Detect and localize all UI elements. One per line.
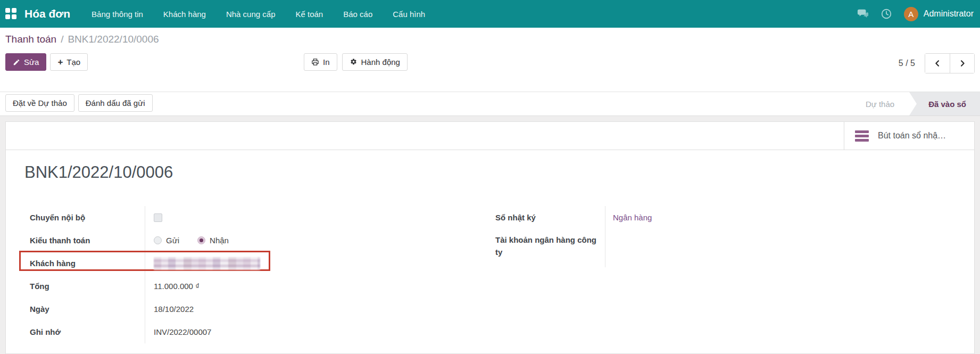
payment-type-option-send[interactable]: Gửi	[154, 236, 179, 245]
amount-label: Tổng	[30, 275, 145, 298]
pager	[925, 53, 975, 73]
navbar-right: A Administrator	[857, 7, 974, 21]
control-panel: Sửa + Tạo In Hành động 5 / 5	[0, 51, 980, 92]
menu-item-dashboard[interactable]: Bảng thông tin	[92, 1, 143, 27]
field-row-bank-account: Tài khoản ngân hàng công ty	[495, 229, 825, 267]
radio-unchecked-icon[interactable]	[154, 236, 162, 244]
messages-icon[interactable]	[857, 8, 869, 20]
memo-value: INV/2022/00007	[145, 327, 211, 336]
journal-entry-stat-button[interactable]: Bút toán sổ nhậ…	[844, 122, 974, 150]
pager-previous-button[interactable]	[925, 54, 950, 73]
create-button-label: Tạo	[67, 57, 80, 67]
journal-entry-label: Bút toán sổ nhậ…	[878, 131, 946, 141]
create-button[interactable]: + Tạo	[50, 53, 88, 71]
form-sheet: Bút toán sổ nhậ… BNK1/2022/10/0006 Chuyể…	[5, 121, 975, 354]
status-stages: Dự thảo Đã vào sổ	[866, 92, 980, 116]
avatar-initial: A	[908, 10, 913, 19]
customer-value-redacted[interactable]	[154, 257, 260, 270]
menu-item-vendors[interactable]: Nhà cung cấp	[226, 1, 276, 27]
field-row-payment-type: Kiểu thanh toán Gửi Nhận	[30, 229, 370, 252]
pager-counter: 5 / 5	[899, 59, 915, 68]
internal-transfer-checkbox[interactable]	[154, 213, 162, 222]
radio-checked-icon[interactable]	[197, 236, 205, 244]
payment-type-option-receive[interactable]: Nhận	[197, 236, 229, 245]
field-row-amount: Tổng 11.000.000 ₫	[30, 275, 370, 298]
printer-icon	[311, 58, 319, 66]
menu-item-accounting[interactable]: Kế toán	[296, 1, 323, 27]
print-button-label: In	[323, 57, 330, 67]
menu-item-reports[interactable]: Báo cáo	[343, 1, 372, 27]
journal-value-link[interactable]: Ngân hàng	[613, 213, 652, 222]
journal-entry-icon	[855, 130, 869, 142]
sheet-header: Bút toán sổ nhậ…	[6, 122, 974, 150]
chevron-right-icon	[958, 59, 967, 68]
journal-label: Sổ nhật ký	[495, 206, 605, 229]
payment-type-label: Kiểu thanh toán	[30, 229, 145, 252]
field-row-journal: Sổ nhật ký Ngân hàng	[495, 206, 825, 229]
amount-value: 11.000.000 ₫	[145, 282, 200, 291]
app-title[interactable]: Hóa đơn	[24, 7, 70, 20]
print-button[interactable]: In	[304, 53, 337, 71]
breadcrumb-separator: /	[61, 34, 63, 45]
reset-to-draft-button[interactable]: Đặt về Dự thảo	[5, 94, 74, 112]
breadcrumb-parent-link[interactable]: Thanh toán	[5, 34, 56, 45]
internal-transfer-label: Chuyển nội bộ	[30, 206, 145, 229]
breadcrumb-current: BNK1/2022/10/0006	[68, 34, 159, 45]
field-row-date: Ngày 18/10/2022	[30, 298, 370, 320]
chevron-left-icon	[933, 59, 942, 68]
action-button[interactable]: Hành động	[342, 53, 408, 71]
user-avatar[interactable]: A	[904, 7, 918, 21]
edit-button-label: Sửa	[24, 57, 39, 67]
breadcrumb: Thanh toán / BNK1/2022/10/0006	[0, 28, 980, 51]
main-menu: Bảng thông tin Khách hàng Nhà cung cấp K…	[92, 1, 425, 27]
field-row-customer: Khách hàng	[30, 252, 370, 275]
date-label: Ngày	[30, 298, 145, 320]
statusbar: Đặt về Dự thảo Đánh dấu đã gửi Dự thảo Đ…	[0, 92, 980, 116]
mark-as-sent-button[interactable]: Đánh dấu đã gửi	[78, 94, 153, 112]
user-menu[interactable]: Administrator	[924, 9, 974, 19]
date-value: 18/10/2022	[145, 304, 194, 314]
menu-item-configuration[interactable]: Cấu hình	[393, 1, 425, 27]
form-group-left: Chuyển nội bộ Kiểu thanh toán Gửi	[30, 206, 370, 343]
field-row-internal-transfer: Chuyển nội bộ	[30, 206, 370, 229]
stage-posted[interactable]: Đã vào sổ	[909, 92, 980, 116]
memo-label: Ghi nhớ	[30, 320, 145, 343]
bank-account-label: Tài khoản ngân hàng công ty	[495, 229, 605, 267]
gear-icon	[350, 58, 358, 66]
top-navbar: Hóa đơn Bảng thông tin Khách hàng Nhà cu…	[0, 0, 980, 28]
edit-button[interactable]: Sửa	[5, 53, 46, 71]
customer-label: Khách hàng	[30, 252, 145, 275]
pencil-icon	[13, 59, 20, 66]
plus-icon: +	[57, 57, 63, 67]
content-area: Bút toán sổ nhậ… BNK1/2022/10/0006 Chuyể…	[0, 116, 980, 354]
record-title: BNK1/2022/10/0006	[24, 163, 974, 182]
stage-draft[interactable]: Dự thảo	[866, 92, 909, 116]
activities-clock-icon[interactable]	[881, 8, 892, 20]
menu-item-customers[interactable]: Khách hàng	[163, 1, 206, 27]
form-group-right: Sổ nhật ký Ngân hàng Tài khoản ngân hàng…	[495, 206, 825, 267]
pager-next-button[interactable]	[950, 54, 974, 73]
action-button-label: Hành động	[361, 57, 400, 67]
payment-type-send-label: Gửi	[166, 236, 179, 245]
payment-type-receive-label: Nhận	[210, 236, 229, 245]
field-row-memo: Ghi nhớ INV/2022/00007	[30, 320, 370, 343]
apps-grid-icon[interactable]	[5, 8, 17, 20]
